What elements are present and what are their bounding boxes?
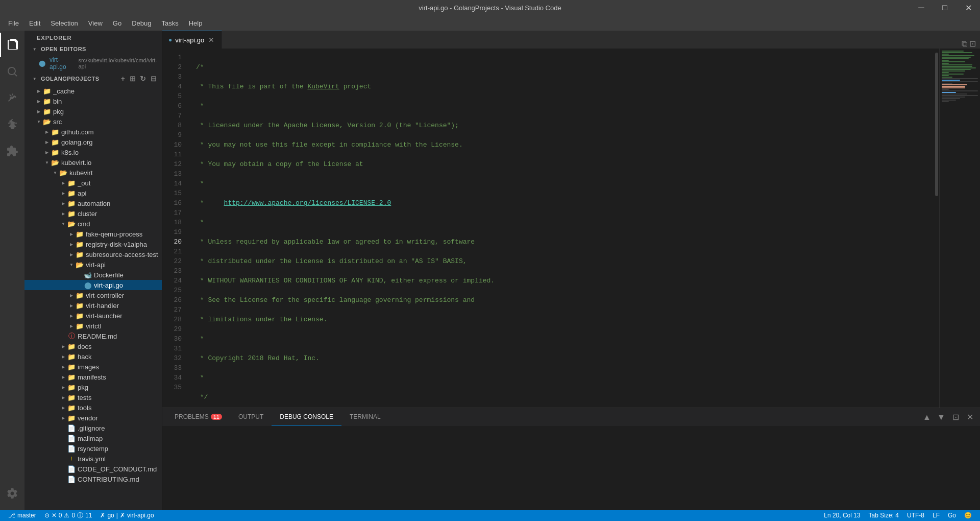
status-errors[interactable]: ⊙ ✕ 0 ⚠ 0 ⓘ 11: [40, 510, 96, 521]
tree-item-contributing[interactable]: 📄 CONTRIBUTING.md: [24, 474, 162, 484]
tree-item-src[interactable]: 📂 src: [24, 116, 162, 127]
tree-item-cluster[interactable]: 📁 cluster: [24, 208, 162, 219]
sidebar-content[interactable]: OPEN EDITORS ⬤ virt-api.go src/kubevirt.…: [24, 43, 162, 510]
line-num-14: 14: [162, 179, 182, 188]
new-file-icon[interactable]: +: [120, 74, 127, 84]
menu-go[interactable]: Go: [109, 17, 126, 29]
tree-item-manifests[interactable]: 📁 manifests: [24, 372, 162, 382]
explorer-activity-icon[interactable]: [0, 33, 24, 57]
tree-item-virt-api-folder[interactable]: 📂 virt-api: [24, 259, 162, 270]
tree-item-virt-launcher[interactable]: 📁 virt-launcher: [24, 311, 162, 321]
new-folder-icon[interactable]: ⊞: [129, 74, 137, 84]
tree-item-images[interactable]: 📁 images: [24, 362, 162, 372]
tree-item-mailmap[interactable]: 📄 mailmap: [24, 433, 162, 443]
menu-selection[interactable]: Selection: [46, 17, 82, 29]
lang-error-icon: ✗: [100, 512, 105, 519]
tree-item-subresource[interactable]: 📁 subresource-access-test: [24, 249, 162, 259]
line-num-2: 2: [162, 62, 182, 72]
editor-scrollbar-thumb[interactable]: [935, 53, 938, 196]
split-editor-icon[interactable]: ⧉: [962, 39, 967, 49]
panel-close-button[interactable]: ✕: [964, 411, 976, 423]
tree-item-out[interactable]: 📁 _out: [24, 178, 162, 188]
panel-content[interactable]: [162, 426, 980, 510]
panel-tab-output[interactable]: OUTPUT: [230, 408, 272, 426]
menu-debug[interactable]: Debug: [128, 17, 155, 29]
settings-activity-icon[interactable]: [0, 481, 24, 506]
tree-item-dockerfile[interactable]: 🐋 Dockerfile: [24, 270, 162, 280]
tree-item-kubevirt[interactable]: 📂 kubevirt: [24, 168, 162, 178]
tree-item-readme[interactable]: ⓘ README.md: [24, 331, 162, 341]
code-area[interactable]: /* * This file is part of the KubeVirt p…: [188, 49, 934, 408]
status-eol[interactable]: LF: [928, 510, 944, 521]
refresh-icon[interactable]: ↻: [139, 74, 148, 84]
status-feedback[interactable]: 😊: [960, 510, 976, 521]
panel-tab-terminal[interactable]: TERMINAL: [341, 408, 389, 426]
tree-item-automation[interactable]: 📁 automation: [24, 198, 162, 208]
hack-folder-icon: 📁: [67, 352, 76, 361]
tab-close-button[interactable]: ✕: [207, 36, 215, 44]
tree-item-pkg[interactable]: 📁 pkg: [24, 106, 162, 116]
panel-tab-debug-console[interactable]: DEBUG CONSOLE: [272, 408, 341, 426]
tree-item-api[interactable]: 📁 api: [24, 188, 162, 198]
tree-item-gitignore[interactable]: 📄 .gitignore: [24, 423, 162, 433]
tree-item-fake-qemu[interactable]: 📁 fake-qemu-process: [24, 229, 162, 239]
editor-scrollbar[interactable]: [934, 49, 939, 408]
status-lang-status[interactable]: ✗ go | ✗ virt-api.go: [96, 510, 158, 521]
tree-item-rsynctemp[interactable]: 📄 rsynctemp: [24, 443, 162, 454]
status-branch[interactable]: ⎇ master: [4, 510, 40, 521]
tree-item-docs[interactable]: 📁 docs: [24, 341, 162, 351]
menu-file[interactable]: File: [4, 17, 23, 29]
status-position[interactable]: Ln 20, Col 13: [820, 510, 864, 521]
status-tab-size[interactable]: Tab Size: 4: [865, 510, 903, 521]
menu-tasks[interactable]: Tasks: [157, 17, 182, 29]
tree-item-tools[interactable]: 📁 tools: [24, 402, 162, 413]
open-editor-virt-api[interactable]: ⬤ virt-api.go src/kubevirt.io/kubevirt/c…: [24, 55, 162, 72]
tree-item-kubevirtio[interactable]: 📂 kubevirt.io: [24, 157, 162, 168]
extensions-activity-icon[interactable]: [0, 139, 24, 163]
tree-item-virtctl[interactable]: 📁 virtctl: [24, 321, 162, 331]
tree-item-pkg2[interactable]: 📁 pkg: [24, 382, 162, 392]
tab-virt-api-go[interactable]: ● virt-api.go ✕: [162, 31, 222, 49]
minimize-button[interactable]: ─: [910, 0, 933, 15]
menu-edit[interactable]: Edit: [25, 17, 44, 29]
minimap-line-26: [942, 89, 949, 90]
tree-item-code-of-conduct[interactable]: 📄 CODE_OF_CONDUCT.md: [24, 464, 162, 474]
tree-item-virt-api-go[interactable]: ⬤ virt-api.go: [24, 280, 162, 290]
tree-item-cmd[interactable]: 📂 cmd: [24, 219, 162, 229]
golang-projects-section[interactable]: GOLANGPROJECTS + ⊞ ↻ ⊟: [24, 72, 162, 86]
panel-tab-problems[interactable]: PROBLEMS 11: [166, 408, 230, 426]
source-control-activity-icon[interactable]: [0, 86, 24, 110]
tree-item-githubcom[interactable]: 📁 github.com: [24, 127, 162, 137]
close-button[interactable]: ✕: [957, 0, 980, 15]
panel-up-button[interactable]: ▲: [921, 411, 933, 423]
open-editors-section[interactable]: OPEN EDITORS: [24, 43, 162, 55]
tree-item-bin[interactable]: 📁 bin: [24, 96, 162, 106]
panel-maximize-button[interactable]: ⊡: [949, 411, 962, 423]
tree-item-travis[interactable]: ! travis.yml: [24, 454, 162, 464]
tree-item-k8sio[interactable]: 📁 k8s.io: [24, 147, 162, 157]
tree-item-hack[interactable]: 📁 hack: [24, 351, 162, 362]
collapse-all-icon[interactable]: ⊟: [150, 74, 158, 84]
code-line-10: * Unless required by applicable law or a…: [196, 237, 934, 247]
tree-item-vendor[interactable]: 📁 vendor: [24, 413, 162, 423]
status-encoding[interactable]: UTF-8: [903, 510, 928, 521]
mailmap-label: mailmap: [78, 435, 162, 442]
menu-help[interactable]: Help: [185, 17, 207, 29]
error-icon: ✕: [52, 512, 57, 519]
hack-arrow: [59, 352, 67, 361]
debug-activity-icon[interactable]: [0, 112, 24, 137]
panel-down-button[interactable]: ▼: [935, 411, 947, 423]
tree-item-registry-disk[interactable]: 📁 registry-disk-v1alpha: [24, 239, 162, 249]
search-activity-icon[interactable]: [0, 59, 24, 84]
tools-label: tools: [78, 404, 162, 412]
tree-item-golangorg[interactable]: 📁 golang.org: [24, 137, 162, 147]
tree-item-virt-controller[interactable]: 📁 virt-controller: [24, 290, 162, 300]
tree-item-cache[interactable]: 📁 _cache: [24, 86, 162, 96]
toggle-panel-icon[interactable]: ⊡: [969, 39, 976, 49]
tree-item-tests[interactable]: 📁 tests: [24, 392, 162, 402]
tree-item-virt-handler[interactable]: 📁 virt-handler: [24, 300, 162, 311]
maximize-button[interactable]: □: [933, 0, 957, 15]
status-language[interactable]: Go: [944, 510, 960, 521]
subresource-folder-icon: 📁: [76, 250, 84, 258]
menu-view[interactable]: View: [84, 17, 107, 29]
